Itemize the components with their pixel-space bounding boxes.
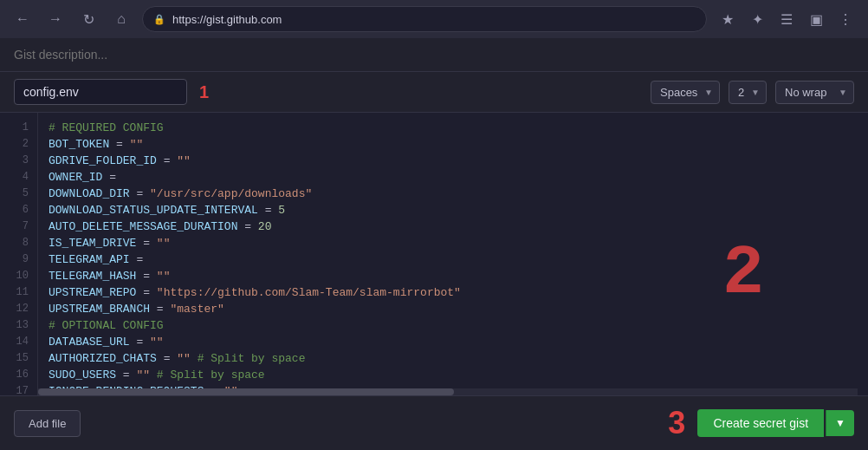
line-num-4: 4	[0, 169, 37, 186]
wrap-select-wrapper: No wrap Soft wrap ▼	[775, 81, 854, 104]
line-num-2: 2	[0, 136, 37, 153]
lock-icon: 🔒	[153, 14, 165, 25]
forward-button[interactable]: →	[43, 7, 68, 31]
line-num-15: 15	[0, 350, 37, 367]
line-num-10: 10	[0, 268, 37, 284]
home-button[interactable]: ⌂	[109, 7, 133, 31]
code-line-15: AUTHORIZED_CHATS = "" # Split by space	[49, 350, 858, 367]
code-line-16: SUDO_USERS = "" # Split by space	[49, 367, 858, 383]
filename-input[interactable]	[14, 79, 187, 105]
line-num-16: 16	[0, 367, 37, 383]
indent-select[interactable]: 2 4 8	[729, 81, 767, 104]
scrollbar-thumb[interactable]	[38, 388, 454, 395]
back-button[interactable]: ←	[10, 7, 35, 31]
line-num-1: 1	[0, 120, 37, 136]
line-num-8: 8	[0, 235, 37, 251]
spaces-select-wrapper: Spaces Tabs ▼	[651, 81, 720, 104]
spaces-select[interactable]: Spaces Tabs	[651, 81, 720, 104]
line-num-13: 13	[0, 317, 37, 334]
create-gist-dropdown-button[interactable]: ▼	[826, 410, 854, 436]
code-line-8: IS_TEAM_DRIVE = ""	[49, 235, 858, 251]
footer-right: 3 Create secret gist ▼	[668, 405, 854, 441]
browser-actions: ★ ✦ ☰ ▣ ⋮	[716, 7, 858, 31]
extensions-button[interactable]: ☰	[774, 7, 799, 31]
editor-area: 1 2 3 4 5 6 7 8 9 10 11 12 13 14 15 16 1…	[0, 113, 868, 395]
description-bar	[0, 38, 868, 72]
line-num-7: 7	[0, 218, 37, 235]
code-line-2: BOT_TOKEN = ""	[49, 136, 858, 153]
code-line-14: DATABASE_URL = ""	[49, 334, 858, 350]
line-num-3: 3	[0, 153, 37, 169]
annotation-3-label: 3	[668, 405, 685, 441]
code-line-11: UPSTREAM_REPO = "https://github.com/Slam…	[49, 284, 858, 301]
indent-select-wrapper: 2 4 8 ▼	[729, 81, 767, 104]
line-num-9: 9	[0, 251, 37, 268]
code-line-13: # OPTIONAL CONFIG	[49, 317, 858, 334]
address-bar[interactable]: 🔒 https://gist.github.com	[142, 6, 707, 32]
menu-button[interactable]: ⋮	[833, 7, 858, 31]
line-num-17: 17	[0, 383, 37, 395]
tabs-button[interactable]: ▣	[804, 7, 828, 31]
code-line-7: AUTO_DELETE_MESSAGE_DURATION = 20	[49, 218, 858, 235]
code-line-5: DOWNLOAD_DIR = "/usr/src/app/downloads"	[49, 186, 858, 202]
add-file-button[interactable]: Add file	[14, 410, 81, 437]
code-line-6: DOWNLOAD_STATUS_UPDATE_INTERVAL = 5	[49, 202, 858, 218]
line-num-6: 6	[0, 202, 37, 218]
line-numbers: 1 2 3 4 5 6 7 8 9 10 11 12 13 14 15 16 1…	[0, 113, 38, 395]
bookmark-button[interactable]: ★	[716, 7, 740, 31]
code-line-10: TELEGRAM_HASH = ""	[49, 268, 858, 284]
code-line-3: GDRIVE_FOLDER_ID = ""	[49, 153, 858, 169]
browser-chrome: ← → ↻ ⌂ 🔒 https://gist.github.com ★ ✦ ☰ …	[0, 0, 868, 38]
code-editor[interactable]: # REQUIRED CONFIG BOT_TOKEN = "" GDRIVE_…	[38, 113, 868, 395]
wrap-select[interactable]: No wrap Soft wrap	[775, 81, 854, 104]
url-text: https://gist.github.com	[172, 13, 282, 26]
editor-horizontal-scrollbar[interactable]	[38, 388, 858, 395]
gist-description-input[interactable]	[14, 48, 854, 62]
refresh-button[interactable]: ↻	[76, 7, 100, 31]
line-num-12: 12	[0, 301, 37, 317]
code-line-1: # REQUIRED CONFIG	[49, 120, 858, 136]
code-line-12: UPSTREAM_BRANCH = "master"	[49, 301, 858, 317]
line-num-14: 14	[0, 334, 37, 350]
create-secret-gist-button[interactable]: Create secret gist	[697, 409, 824, 437]
page-footer: Add file 3 Create secret gist ▼	[0, 395, 868, 450]
line-num-11: 11	[0, 284, 37, 301]
pocket-button[interactable]: ✦	[745, 7, 769, 31]
editor-toolbar: 1 Spaces Tabs ▼ 2 4 8 ▼ No wrap Soft wra…	[0, 72, 868, 113]
code-line-4: OWNER_ID =	[49, 169, 858, 186]
annotation-1-label: 1	[199, 82, 209, 102]
code-line-9: TELEGRAM_API =	[49, 251, 858, 268]
line-num-5: 5	[0, 186, 37, 202]
page-content: 1 Spaces Tabs ▼ 2 4 8 ▼ No wrap Soft wra…	[0, 38, 868, 395]
